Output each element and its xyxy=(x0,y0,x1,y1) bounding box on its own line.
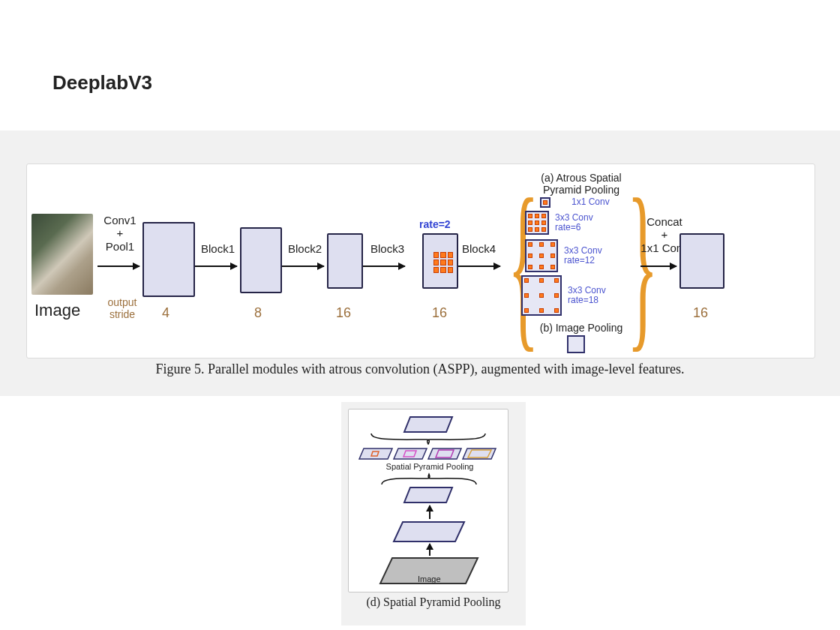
arrow-icon xyxy=(195,266,237,267)
filter-1x1-icon xyxy=(540,197,550,208)
figure2-caption: (d) Spatial Pyramid Pooling xyxy=(341,596,526,609)
block1-box xyxy=(142,222,195,297)
aspp-r12-label: 3x3 Conv rate=12 xyxy=(564,246,602,266)
aspp-r6-label: 3x3 Conv rate=6 xyxy=(555,213,593,232)
aspp-r12-row: 3x3 Conv rate=12 xyxy=(525,239,602,272)
figure1-caption: Figure 5. Parallel modules with atrous c… xyxy=(0,362,840,377)
spp-label: Spatial Pyramid Pooling xyxy=(385,462,475,471)
aspp-r18-label: 3x3 Conv rate=18 xyxy=(568,286,606,305)
spp-slice-4-icon xyxy=(461,447,497,460)
svg-marker-1 xyxy=(359,448,392,459)
block4-label: Block4 xyxy=(462,242,496,255)
svg-marker-0 xyxy=(404,417,452,432)
spp-slice-1-icon xyxy=(358,447,394,460)
image-label-2: Image xyxy=(418,574,441,584)
uparrow-icon xyxy=(429,544,430,556)
svg-marker-3 xyxy=(394,448,427,459)
os-16a: 16 xyxy=(336,305,351,321)
aspp-r6-row: 3x3 Conv rate=6 xyxy=(525,211,593,235)
os-16c: 16 xyxy=(693,305,708,321)
svg-marker-9 xyxy=(404,488,452,502)
uparrow-icon xyxy=(429,506,430,519)
page-title: DeeplabV3 xyxy=(52,71,152,94)
os-4: 4 xyxy=(162,305,170,321)
feature-map-top-icon xyxy=(403,416,454,434)
block1-label: Block1 xyxy=(201,242,235,255)
figure2-wrap: Spatial Pyramid Pooling Image (d) Spatia… xyxy=(341,402,526,626)
filter-r6-icon xyxy=(525,211,549,235)
aspp-r18-row: 3x3 Conv rate=18 xyxy=(521,275,606,316)
output-stride-label: output stride xyxy=(102,296,142,320)
input-image-thumb xyxy=(32,214,93,295)
feature-map-mid-icon xyxy=(403,486,454,504)
conv1-pool1-label: Conv1 + Pool1 xyxy=(98,214,142,253)
output-box xyxy=(680,233,724,289)
aspp-1x1-row: 1x1 Conv xyxy=(540,197,610,208)
atrous-grid-icon xyxy=(433,251,454,272)
aspp-title: (a) Atrous Spatial Pyramid Pooling xyxy=(522,172,640,196)
filter-r18-icon xyxy=(521,275,562,316)
block3-label: Block3 xyxy=(370,242,404,255)
feature-map-big-icon xyxy=(392,520,466,543)
brace-top-icon xyxy=(370,432,487,446)
figure-aspp: Image Conv1 + Pool1 Block1 Block2 Block3… xyxy=(26,164,815,358)
image-label: Image xyxy=(34,301,80,320)
arrow-icon xyxy=(98,266,140,267)
brace-bottom-icon xyxy=(380,472,478,486)
block2-label: Block2 xyxy=(288,242,322,255)
svg-marker-10 xyxy=(394,522,464,542)
filter-r12-icon xyxy=(525,239,558,272)
figure-spp: Spatial Pyramid Pooling Image xyxy=(348,409,508,592)
arrow-icon xyxy=(282,266,324,267)
os-8: 8 xyxy=(254,305,262,321)
arrow-icon xyxy=(363,266,405,267)
arrow-icon xyxy=(640,266,676,267)
spp-slice-3-icon xyxy=(427,447,463,460)
block3-box xyxy=(327,233,363,289)
block2-box xyxy=(240,227,282,293)
spp-slice-2-icon xyxy=(392,447,428,460)
rate2-label: rate=2 xyxy=(419,218,451,230)
arrow-icon xyxy=(458,266,500,267)
os-16b: 16 xyxy=(432,305,447,321)
image-pooling-label: (b) Image Pooling xyxy=(522,322,640,334)
image-pooling-icon xyxy=(567,335,585,353)
aspp-1x1-label: 1x1 Conv xyxy=(572,197,610,207)
